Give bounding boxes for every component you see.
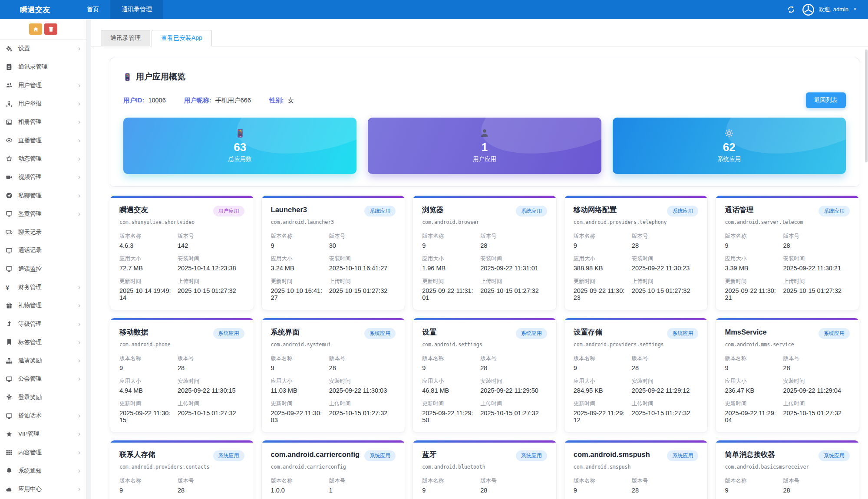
app-field: 上传时间 2025-10-15 01:27:32: [480, 400, 547, 423]
user-info-item: 用户ID: 10006: [123, 96, 166, 105]
app-field: 应用大小 11.03 MB: [271, 378, 325, 394]
field-value: 2025-09-22 11:29:50: [480, 387, 547, 394]
field-label: 版本名称: [422, 233, 476, 240]
vertical-scrollbar-thumb[interactable]: [865, 49, 868, 162]
sidebar-item[interactable]: 私聊管理 ›: [0, 186, 86, 204]
sidebar-item[interactable]: 通话监控 ›: [0, 260, 86, 278]
app-field: 更新时间 2025-10-10 16:41:27: [271, 278, 325, 301]
sidebar-item[interactable]: 鉴黄管理 ›: [0, 205, 86, 223]
app-field: 版本号 1: [329, 477, 396, 494]
sidebar-item[interactable]: 搭讪话术 ›: [0, 407, 86, 425]
field-label: 更新时间: [574, 278, 627, 285]
field-label: 更新时间: [422, 400, 476, 407]
sidebar-item[interactable]: ¥ 财务管理 ›: [0, 278, 86, 296]
sidebar-item[interactable]: 应用中心 ›: [0, 480, 86, 498]
app-field: 版本号 28: [178, 355, 244, 371]
sidebar-item[interactable]: 视频管理 ›: [0, 168, 86, 186]
sidebar-item-label: 相册管理: [18, 118, 78, 126]
app-type-badge: 系统应用: [667, 450, 698, 461]
field-value: 2025-09-22 11:29:04: [725, 410, 779, 423]
field-value: 2025-09-22 11:30:03: [329, 387, 396, 394]
field-label: 上传时间: [783, 400, 850, 407]
sidebar-item[interactable]: 用户管理 ›: [0, 76, 86, 95]
sidebar-item[interactable]: 设置 ›: [0, 39, 86, 58]
app-field: 更新时间 2025-09-22 11:29:12: [574, 400, 627, 423]
app-field: 应用大小 3.24 MB: [271, 255, 325, 272]
user-info-label: 用户昵称:: [184, 97, 211, 104]
app-type-badge: 系统应用: [516, 328, 547, 339]
field-value: 388.98 KB: [574, 265, 627, 272]
sidebar-item[interactable]: 等级管理 ›: [0, 315, 86, 333]
field-value: 2025-10-10 16:41:27: [271, 287, 325, 301]
nav-item[interactable]: 通讯录管理: [110, 0, 163, 19]
tab-label: 查看已安装App: [161, 34, 202, 41]
trash-button[interactable]: [44, 23, 57, 35]
app-field: 版本号 28: [480, 233, 547, 249]
user-menu[interactable]: 欢迎, admin ▼: [802, 3, 857, 16]
refresh-icon[interactable]: [787, 6, 795, 13]
field-label: 版本号: [480, 355, 547, 362]
field-label: 版本名称: [271, 233, 325, 240]
sidebar-item[interactable]: 直播管理 ›: [0, 131, 86, 149]
sidebar-item[interactable]: 系统通知 ›: [0, 462, 86, 480]
field-value: 9: [725, 242, 779, 249]
home-button[interactable]: [29, 23, 42, 35]
chevron-right-icon: ›: [78, 357, 80, 364]
sidebar-item[interactable]: 动态管理 ›: [0, 150, 86, 168]
sidebar-item[interactable]: 礼物管理 ›: [0, 296, 86, 315]
user-info-value: 手机用户666: [215, 97, 251, 104]
sidebar-item[interactable]: 通话记录 ›: [0, 241, 86, 259]
sidebar-item[interactable]: 通讯录管理 ›: [0, 58, 86, 76]
sidebar-item-label: 搭讪话术: [18, 412, 78, 420]
field-value: 9: [119, 364, 173, 371]
field-label: 版本号: [329, 233, 396, 240]
app-type-badge: 系统应用: [364, 328, 396, 339]
app-field: 应用大小 3.39 MB: [725, 255, 779, 272]
app-logo[interactable]: 瞬遇交友: [0, 0, 76, 19]
nav-item-label: 首页: [87, 6, 99, 13]
app-fields: 版本名称 4.6.3 版本号 142: [119, 233, 244, 301]
app-field: 版本名称 9: [422, 233, 476, 249]
field-label: 应用大小: [725, 378, 779, 385]
field-label: 版本名称: [725, 355, 779, 362]
user-info-item: 性别: 女: [269, 96, 294, 105]
field-value: 11.03 MB: [271, 387, 325, 394]
sidebar-item[interactable]: 公会管理 ›: [0, 370, 86, 388]
tab[interactable]: 通讯录管理: [101, 30, 150, 46]
app-field: 版本名称 4.6.3: [119, 233, 173, 249]
sidebar-item-icon: [6, 339, 14, 346]
tab[interactable]: 查看已安装App: [152, 30, 212, 46]
sidebar-item[interactable]: 聊天记录 ›: [0, 223, 86, 241]
back-to-list-button[interactable]: 返回列表: [806, 92, 846, 108]
app-field: 版本号 28: [480, 355, 547, 371]
app-package: com.android.providers.settings: [574, 341, 699, 348]
field-label: 版本名称: [422, 477, 476, 485]
sidebar-item[interactable]: 用户举报 ›: [0, 95, 86, 113]
field-label: 应用大小: [271, 378, 325, 385]
app-fields: 版本名称 9 版本号 28: [271, 355, 396, 423]
field-label: 更新时间: [271, 400, 325, 407]
app-package: com.android.settings: [422, 341, 547, 348]
nav-item[interactable]: 首页: [76, 0, 110, 19]
sidebar-item-icon: [6, 467, 14, 474]
field-value: 2025-09-22 11:29:04: [783, 387, 850, 394]
app-fields: 版本名称 9 版本号 30: [271, 233, 396, 301]
field-value: 3.39 MB: [725, 265, 779, 272]
chevron-right-icon: ›: [78, 486, 80, 492]
app-fields: 版本名称 9 版本号 28: [725, 477, 850, 499]
field-value: 2025-09-22 11:30:23: [632, 265, 699, 272]
sidebar-item[interactable]: 邀请奖励 ›: [0, 351, 86, 370]
sidebar-item[interactable]: VIP管理 ›: [0, 425, 86, 443]
sidebar-item[interactable]: 登录奖励 ›: [0, 388, 86, 407]
app-card: Launcher3 系统应用 com.android.launcher3 版本名…: [261, 195, 406, 310]
field-label: 版本名称: [725, 233, 779, 240]
sidebar-item[interactable]: 相册管理 ›: [0, 113, 86, 131]
app-type-badge: 系统应用: [667, 206, 698, 217]
field-value: 28: [178, 364, 244, 371]
sidebar-item[interactable]: 标签管理 ›: [0, 333, 86, 351]
field-label: 版本号: [632, 477, 699, 485]
field-label: 版本名称: [422, 355, 476, 362]
app-field: 安装时间 2025-09-22 11:29:50: [480, 378, 547, 394]
sidebar-item[interactable]: 内容管理 ›: [0, 443, 86, 462]
field-label: 安装时间: [178, 255, 244, 263]
